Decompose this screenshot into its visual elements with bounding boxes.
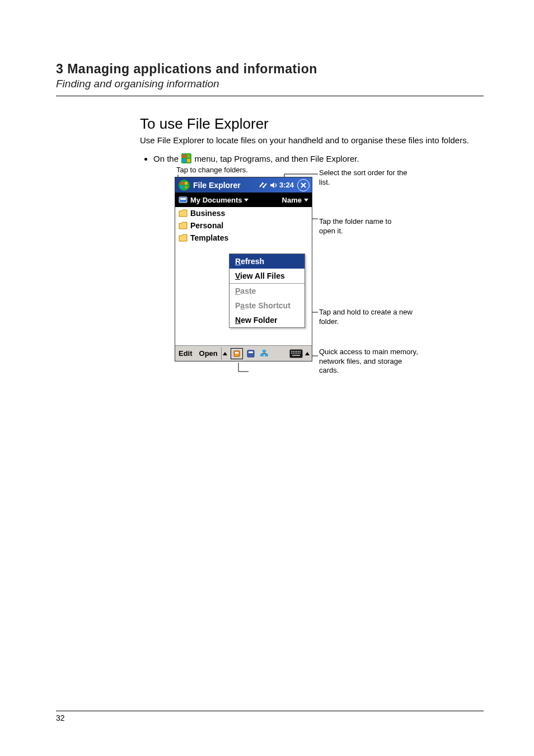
storage-card-button[interactable] [246,349,256,359]
header-rule [56,96,484,96]
context-menu: Refresh View All Files Paste Paste Short… [229,253,305,328]
svg-rect-24 [235,352,238,354]
svg-rect-25 [247,350,254,357]
svg-rect-17 [185,186,188,189]
folder-row[interactable]: Personal [175,219,312,232]
menu-item-refresh[interactable]: Refresh [229,254,305,269]
menu-item-view-all-files[interactable]: View All Files [229,269,305,283]
chapter-subtitle: Finding and organising information [56,78,484,90]
start-icon[interactable] [177,179,191,191]
clock[interactable]: 3:24 [279,181,294,189]
svg-rect-34 [293,351,294,352]
step-1-pre: On the [153,154,179,163]
start-menu-icon [181,153,191,163]
callout-quick-access: Quick access to main memory, network fil… [319,348,420,375]
menu-item-paste: Paste [229,284,305,298]
step-1-post: menu, tap Programs, and then File Explor… [194,154,359,163]
folder-row[interactable]: Templates [175,232,312,244]
command-bar: Edit Open [175,345,312,361]
sip-keyboard-button[interactable] [289,349,303,359]
svg-rect-39 [291,353,292,354]
scroll-up-icon[interactable] [223,352,227,355]
svg-rect-16 [181,186,184,189]
svg-marker-18 [270,182,274,188]
footer-rule [56,711,484,711]
device-screenshot: File Explorer 3:24 [175,177,312,361]
svg-rect-4 [187,159,190,162]
close-icon[interactable] [297,179,310,191]
section-heading: To use File Explorer [140,115,498,133]
diagram: Tap to change folders. Select the sort o… [140,166,498,462]
svg-rect-44 [299,353,301,354]
svg-rect-33 [291,351,292,352]
callout-sort-order: Select the sort order for the list. [319,168,409,187]
menu-edit[interactable]: Edit [175,349,196,358]
app-title: File Explorer [193,181,256,190]
svg-rect-29 [263,350,266,353]
svg-point-13 [179,180,190,191]
drive-icon [179,195,188,204]
section-intro: Use File Explorer to locate files on you… [140,135,498,146]
svg-rect-37 [298,351,299,352]
sip-arrow-icon[interactable] [305,352,310,355]
svg-rect-14 [181,182,184,185]
sort-dropdown[interactable]: Name [282,196,308,204]
folder-row[interactable]: Business [175,207,312,219]
callout-change-folders: Tap to change folders. [176,166,248,175]
svg-rect-43 [298,353,299,354]
folder-name: Personal [190,221,223,230]
separator [221,348,222,360]
folder-name: Business [190,209,225,218]
folder-name: Templates [190,233,228,242]
callout-new-folder: Tap and hold to create a new folder. [319,308,414,326]
svg-rect-15 [185,182,188,185]
svg-rect-41 [294,353,296,354]
main-memory-button[interactable] [231,348,243,359]
menu-open[interactable]: Open [196,349,221,358]
svg-rect-2 [187,154,190,158]
svg-rect-1 [182,154,186,158]
svg-rect-40 [293,353,294,354]
svg-rect-42 [296,353,297,354]
callout-open-folder: Tap the folder name to open it. [319,217,409,236]
svg-rect-22 [180,198,186,200]
svg-rect-45 [292,355,300,356]
svg-rect-26 [249,351,253,353]
chapter-title: 3 Managing applications and information [56,62,484,77]
volume-icon[interactable] [270,181,278,189]
sort-label: Name [282,196,302,204]
svg-rect-3 [182,159,186,162]
page-number: 32 [56,713,484,722]
network-button[interactable] [259,349,269,359]
folder-path-label: My Documents [190,196,242,204]
file-list: Business Personal Templates [175,207,312,244]
chevron-down-icon [244,199,249,201]
menu-item-paste-shortcut: Paste Shortcut [229,298,305,313]
folder-icon [179,209,188,217]
svg-rect-35 [294,351,296,352]
connectivity-icon[interactable] [259,181,268,189]
titlebar: File Explorer 3:24 [175,177,312,192]
step-1: On the menu, tap Programs, and then File… [153,153,498,165]
folder-icon [179,234,188,242]
folder-path-dropdown[interactable]: My Documents [179,195,282,204]
menu-item-new-folder[interactable]: New Folder [229,313,305,327]
folder-icon [179,222,188,229]
svg-rect-38 [299,351,301,352]
svg-rect-36 [296,351,297,352]
chevron-down-icon [304,199,308,201]
location-bar: My Documents Name [175,192,312,207]
